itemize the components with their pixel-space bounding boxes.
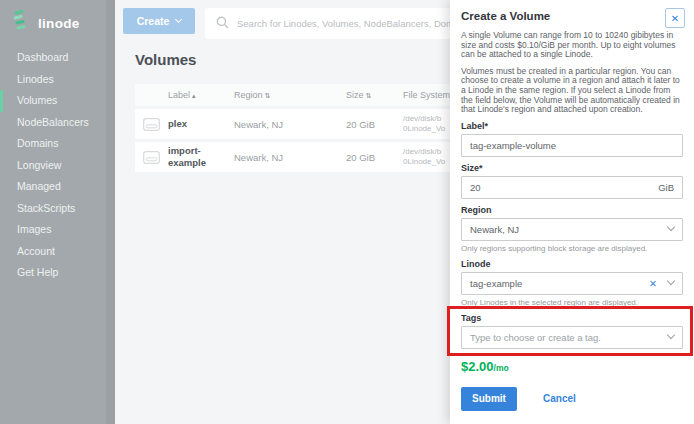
label-field[interactable]: tag-example-volume: [461, 134, 683, 157]
chevron-down-icon: [667, 277, 675, 285]
label-field-value: tag-example-volume: [470, 140, 556, 151]
close-button[interactable]: ✕: [665, 8, 685, 28]
file-system-line2: 0Linode_Vo: [403, 157, 445, 166]
label-field-group: Label* tag-example-volume: [461, 121, 683, 157]
linode-helper-text: Only Linodes in the selected region are …: [461, 298, 683, 307]
volume-size: 20 GiB: [346, 119, 403, 130]
linode-select[interactable]: tag-example ✕: [461, 272, 683, 295]
search-icon: [216, 15, 229, 33]
sidebar-item-managed[interactable]: Managed: [0, 176, 106, 198]
volume-icon: [135, 118, 168, 131]
tags-field-label: Tags: [461, 313, 683, 323]
label-field-label: Label*: [461, 121, 683, 131]
sort-both-icon: ⇅: [366, 92, 372, 99]
column-size-text: Size: [346, 90, 364, 100]
table-row[interactable]: import-example Newark, NJ 20 GiB /dev/di…: [135, 142, 460, 172]
cancel-button[interactable]: Cancel: [543, 393, 576, 404]
size-field-value: 20: [470, 182, 481, 193]
column-header-size[interactable]: Size⇅: [346, 90, 403, 100]
drawer-intro-paragraph: Volumes must be created in a particular …: [461, 67, 683, 115]
chevron-down-icon: [175, 16, 182, 23]
sidebar-item-nodebalancers[interactable]: NodeBalancers: [0, 112, 106, 134]
sidebar-scrollbar[interactable]: [106, 0, 115, 424]
clear-selection-icon[interactable]: ✕: [649, 278, 657, 289]
table-header-row: Label▴ Region⇅ Size⇅ File System: [135, 84, 460, 106]
sort-both-icon: ⇅: [265, 92, 271, 99]
region-select-value: Newark, NJ: [470, 224, 519, 235]
column-header-region[interactable]: Region⇅: [234, 90, 346, 100]
file-system-line1: /dev/disk/b: [403, 147, 441, 156]
tags-select[interactable]: Type to choose or create a tag.: [461, 326, 683, 349]
sidebar-nav: Dashboard Linodes Volumes NodeBalancers …: [0, 47, 106, 284]
linode-select-value: tag-example: [470, 278, 522, 289]
column-header-label[interactable]: Label▴: [168, 90, 234, 100]
create-button-label: Create: [137, 15, 170, 27]
table-row[interactable]: plex Newark, NJ 20 GiB /dev/disk/b 0Lino…: [135, 109, 460, 139]
search-placeholder: Search for Linodes, Volumes, NodeBalance…: [237, 18, 457, 29]
size-field-group: Size* 20 GiB: [461, 163, 683, 199]
volume-icon: [135, 151, 168, 164]
file-system-line2: 0Linode_Vo: [403, 124, 445, 133]
sidebar-item-get-help[interactable]: Get Help: [0, 262, 106, 284]
volume-label: plex: [168, 118, 234, 130]
size-unit-label: GiB: [658, 182, 674, 193]
sidebar-item-account[interactable]: Account: [0, 241, 106, 263]
price-period: /mo: [494, 363, 509, 373]
column-region-text: Region: [234, 90, 263, 100]
sidebar-item-volumes[interactable]: Volumes: [0, 90, 106, 112]
submit-button-label: Submit: [472, 393, 506, 404]
sidebar-item-domains[interactable]: Domains: [0, 133, 106, 155]
volumes-table: Label▴ Region⇅ Size⇅ File System plex Ne…: [135, 84, 460, 172]
tags-field-group: Tags Type to choose or create a tag.: [461, 313, 683, 349]
sidebar: linode Dashboard Linodes Volumes NodeBal…: [0, 0, 115, 424]
drawer-intro-paragraph: A single Volume can range from 10 to 102…: [461, 31, 683, 60]
region-field-label: Region: [461, 205, 683, 215]
sidebar-item-longview[interactable]: Longview: [0, 155, 106, 177]
sidebar-item-linodes[interactable]: Linodes: [0, 69, 106, 91]
volume-label: import-example: [168, 145, 234, 169]
sort-asc-icon: ▴: [192, 92, 196, 99]
drawer-actions: Submit Cancel: [461, 387, 683, 411]
submit-button[interactable]: Submit: [461, 387, 517, 411]
linode-field-label: Linode: [461, 259, 683, 269]
region-helper-text: Only regions supporting block storage ar…: [461, 244, 683, 253]
volume-region: Newark, NJ: [234, 152, 346, 163]
volume-region: Newark, NJ: [234, 119, 346, 130]
sidebar-item-stackscripts[interactable]: StackScripts: [0, 198, 106, 220]
create-volume-drawer: Create a Volume ✕ A single Volume can ra…: [450, 0, 694, 424]
price-display: $2.00/mo: [461, 357, 683, 375]
drawer-title: Create a Volume: [461, 10, 683, 22]
sidebar-item-images[interactable]: Images: [0, 219, 106, 241]
file-system-line1: /dev/disk/b: [403, 114, 441, 123]
logo-text: linode: [38, 16, 80, 31]
linode-logo-icon: [12, 10, 32, 36]
region-field-group: Region Newark, NJ Only regions supportin…: [461, 205, 683, 253]
volume-size: 20 GiB: [346, 152, 403, 163]
price-amount: $2.00: [461, 359, 494, 374]
region-select[interactable]: Newark, NJ: [461, 218, 683, 241]
linode-field-group: Linode tag-example ✕ Only Linodes in the…: [461, 259, 683, 307]
page-title: Volumes: [135, 51, 196, 68]
chevron-down-icon: [667, 223, 675, 231]
linode-logo[interactable]: linode: [12, 10, 80, 36]
create-button[interactable]: Create: [123, 8, 195, 34]
search-input[interactable]: Search for Linodes, Volumes, NodeBalance…: [205, 8, 457, 39]
close-icon: ✕: [671, 13, 679, 24]
chevron-down-icon: [667, 331, 675, 339]
size-field-label: Size*: [461, 163, 683, 173]
column-label-text: Label: [168, 90, 190, 100]
sidebar-item-dashboard[interactable]: Dashboard: [0, 47, 106, 69]
tags-placeholder: Type to choose or create a tag.: [470, 332, 601, 343]
size-field[interactable]: 20 GiB: [461, 176, 683, 199]
